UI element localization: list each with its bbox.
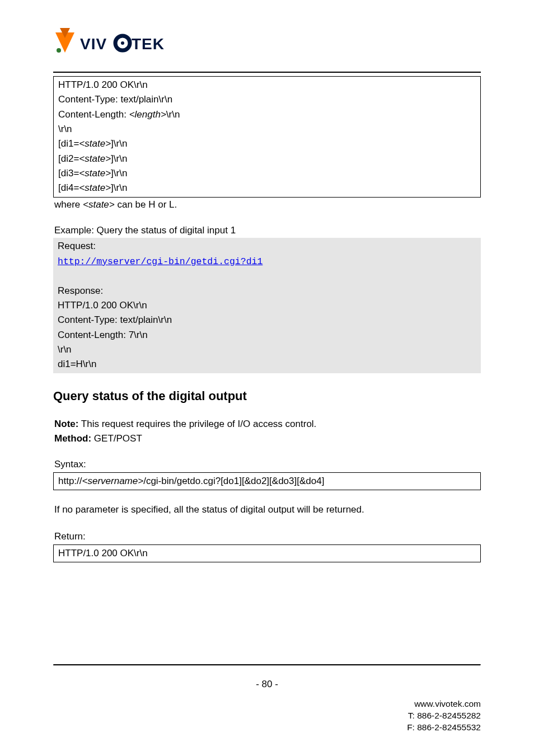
no-param-note: If no parameter is specified, all the st… [53, 503, 481, 517]
note-line: Note: This request requires the privileg… [54, 417, 481, 431]
code-line: HTTP/1.0 200 OK\r\n [58, 298, 476, 313]
section-heading: Query status of the digital output [53, 389, 481, 403]
brand-logo: VIV TEK [53, 28, 481, 58]
code-line: HTTP/1.0 200 OK\r\n [58, 78, 476, 92]
state-explanation: where <state> can be H or L. [53, 198, 481, 212]
code-line: \r\n [58, 122, 476, 137]
code-line: di1=H\r\n [58, 357, 476, 372]
code-line: \r\n [58, 342, 476, 357]
svg-point-2 [57, 48, 61, 53]
footer-contact: www.vivotek.com T: 886-2-82455282 F: 886… [407, 698, 481, 734]
response-label: Response: [58, 284, 476, 298]
svg-point-5 [121, 41, 124, 45]
page: VIV TEK HTTP/1.0 200 OK\r\n Content-Type… [0, 0, 534, 756]
code-line: [di2=<state>]\r\n [58, 152, 476, 166]
blank-line [58, 269, 476, 283]
syntax-label: Syntax: [53, 457, 481, 472]
vivotek-logo-icon: VIV TEK [53, 28, 171, 58]
footer-fax: F: 886-2-82455532 [407, 722, 481, 734]
request-url: http://myserver/cgi-bin/getdi.cgi?di1 [58, 254, 476, 269]
response-template-box: HTTP/1.0 200 OK\r\n Content-Type: text/p… [53, 76, 481, 198]
request-link[interactable]: http://myserver/cgi-bin/getdi.cgi?di1 [58, 256, 263, 267]
return-label: Return: [53, 529, 481, 544]
syntax-line: http://<servername>/cgi-bin/getdo.cgi?[d… [58, 474, 476, 489]
code-line: HTTP/1.0 200 OK\r\n [58, 546, 476, 561]
code-line: [di4=<state>]\r\n [58, 181, 476, 195]
page-number: - 80 - [0, 679, 534, 690]
code-line: [di1=<state>]\r\n [58, 137, 476, 151]
note-block: Note: This request requires the privileg… [53, 417, 481, 447]
code-line: Content-Type: text/plain\r\n [58, 313, 476, 327]
example-block: Request: http://myserver/cgi-bin/getdi.c… [53, 238, 481, 373]
code-line: Content-Length: <length>\r\n [58, 107, 476, 122]
footer-divider [53, 664, 481, 666]
svg-text:TEK: TEK [132, 35, 165, 53]
footer-site: www.vivotek.com [407, 698, 481, 710]
return-box: HTTP/1.0 200 OK\r\n [53, 544, 481, 562]
code-line: [di3=<state>]\r\n [58, 166, 476, 181]
svg-text:VIV: VIV [80, 35, 107, 53]
code-line: Content-Type: text/plain\r\n [58, 92, 476, 107]
request-label: Request: [58, 239, 476, 253]
method-line: Method: GET/POST [54, 431, 481, 446]
header-divider [53, 72, 481, 73]
syntax-box: http://<servername>/cgi-bin/getdo.cgi?[d… [53, 472, 481, 490]
footer-tel: T: 886-2-82455282 [407, 710, 481, 722]
example-caption: Example: Query the status of digital inp… [53, 223, 481, 238]
code-line: Content-Length: 7\r\n [58, 328, 476, 342]
